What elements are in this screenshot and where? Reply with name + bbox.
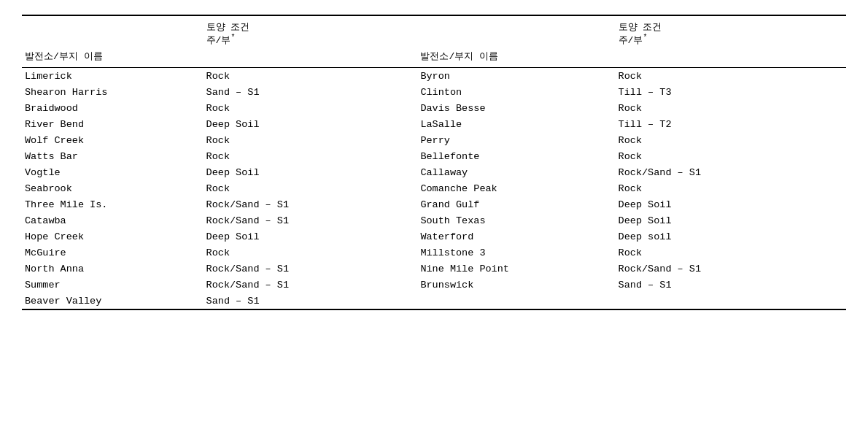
plant-name-left: Summer [22,277,204,293]
soil-condition-left: Rock [204,68,418,85]
soil-condition-right [616,293,846,309]
plant-name-right: Waterford [417,228,615,245]
plant-name-right [417,293,615,309]
plant-name-left: Three Mile Is. [22,196,204,212]
soil-condition-left: Rock [204,132,418,148]
table-row: LimerickRockByronRock [22,68,846,85]
soil-condition-right: Rock [616,148,846,164]
soil-condition-right: Rock [616,180,846,196]
plant-name-left: Beaver Valley [22,293,204,309]
soil-condition-right: Deep Soil [616,196,846,212]
plant-name-left: Seabrook [22,180,204,196]
soil-condition-left: Rock [204,148,418,164]
soil-condition-left: Rock [204,100,418,116]
soil-condition-left: Rock/Sand – S1 [204,277,418,293]
plant-name-right: Callaway [417,164,615,180]
soil-condition-left: Rock [204,245,418,261]
header-plant-label-1: 발전소/부지 이름 [22,48,204,68]
table-row: Hope CreekDeep SoilWaterfordDeep soil [22,228,846,245]
header-plant-label-2: 발전소/부지 이름 [417,48,615,68]
soil-condition-right: Rock/Sand – S1 [616,261,846,277]
main-table-wrapper: 토양 조건 주/부* 토양 조건 주/부* 발전소/부지 이름 발전소/부지 이… [22,15,846,310]
header-row-top: 토양 조건 주/부* 토양 조건 주/부* [22,15,846,48]
header-col3-label [417,15,615,48]
plant-name-right: Millstone 3 [417,245,615,261]
soil-condition-right: Sand – S1 [616,277,846,293]
soil-condition-left: Deep Soil [204,228,418,245]
table-row: North AnnaRock/Sand – S1Nine Mile PointR… [22,261,846,277]
header-col1-label [22,15,204,48]
table-row: Watts BarRockBellefonteRock [22,148,846,164]
soil-condition-right: Till – T3 [616,84,846,100]
plant-name-right: Perry [417,132,615,148]
plant-name-right: Comanche Peak [417,180,615,196]
soil-condition-left: Sand – S1 [204,293,418,309]
plant-name-right: LaSalle [417,116,615,132]
header-soil-unit-2 [616,48,846,68]
soil-condition-right: Deep soil [616,228,846,245]
table-row: SeabrookRockComanche PeakRock [22,180,846,196]
soil-condition-left: Deep Soil [204,164,418,180]
table-row: Wolf CreekRockPerryRock [22,132,846,148]
plant-name-right: Byron [417,68,615,85]
plant-name-right: Bellefonte [417,148,615,164]
plant-name-left: Wolf Creek [22,132,204,148]
soil-condition-right: Rock [616,245,846,261]
soil-condition-right: Rock [616,132,846,148]
plant-name-left: Shearon Harris [22,84,204,100]
soil-condition-left: Sand – S1 [204,84,418,100]
soil-condition-left: Rock/Sand – S1 [204,196,418,212]
plant-name-left: Hope Creek [22,228,204,245]
header-soil-label-1: 토양 조건 [206,22,250,33]
plant-name-left: McGuire [22,245,204,261]
table-row: River BendDeep SoilLaSalleTill – T2 [22,116,846,132]
soil-condition-right: Rock [616,68,846,85]
soil-condition-right: Till – T2 [616,116,846,132]
header-row-bottom: 발전소/부지 이름 발전소/부지 이름 [22,48,846,68]
plant-name-left: North Anna [22,261,204,277]
plant-name-right: South Texas [417,212,615,228]
soil-condition-right: Rock [616,100,846,116]
header-soil-unit-1 [204,48,418,68]
plant-name-right: Clinton [417,84,615,100]
table-row: SummerRock/Sand – S1BrunswickSand – S1 [22,277,846,293]
plant-name-left: Vogtle [22,164,204,180]
plant-name-right: Brunswick [417,277,615,293]
soil-condition-right: Deep Soil [616,212,846,228]
table-row: VogtleDeep SoilCallawayRock/Sand – S1 [22,164,846,180]
plant-name-left: Limerick [22,68,204,85]
soil-condition-left: Rock/Sand – S1 [204,261,418,277]
header-col2-top: 토양 조건 주/부* [204,15,418,48]
table-row: CatawbaRock/Sand – S1South TexasDeep Soi… [22,212,846,228]
plant-name-left: Watts Bar [22,148,204,164]
plant-name-left: Braidwood [22,100,204,116]
plant-name-right: Nine Mile Point [417,261,615,277]
table-row: Shearon HarrisSand – S1ClintonTill – T3 [22,84,846,100]
header-soil-subunit-1: 주/부* [206,35,236,46]
table-row: Three Mile Is.Rock/Sand – S1Grand GulfDe… [22,196,846,212]
plant-name-right: Grand Gulf [417,196,615,212]
plant-name-right: Davis Besse [417,100,615,116]
header-soil-label-2: 토양 조건 [619,22,662,33]
header-soil-subunit-2: 주/부* [619,35,648,46]
soil-condition-left: Deep Soil [204,116,418,132]
soil-condition-right: Rock/Sand – S1 [616,164,846,180]
table-row: BraidwoodRockDavis BesseRock [22,100,846,116]
table-row: McGuireRockMillstone 3Rock [22,245,846,261]
table-row: Beaver ValleySand – S1 [22,293,846,309]
plant-name-left: Catawba [22,212,204,228]
soil-condition-left: Rock/Sand – S1 [204,212,418,228]
soil-condition-left: Rock [204,180,418,196]
plant-name-left: River Bend [22,116,204,132]
header-col4-top: 토양 조건 주/부* [616,15,846,48]
